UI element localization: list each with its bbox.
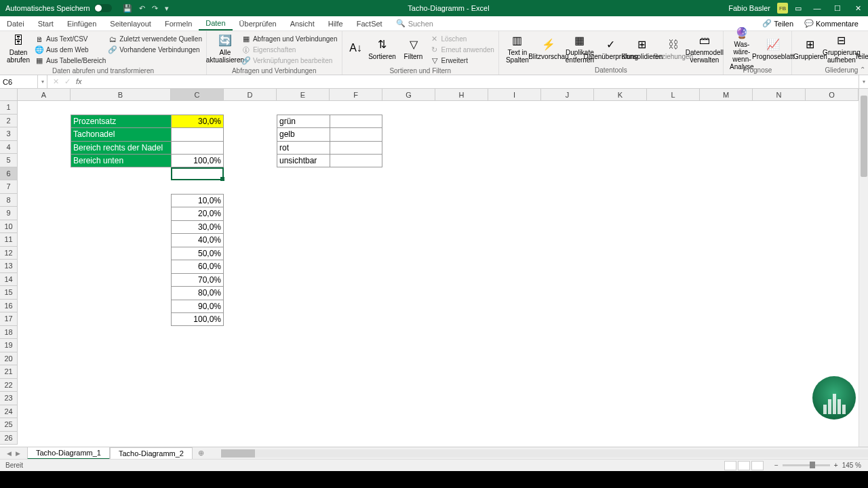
auto-save-toggle[interactable]: Automatisches Speichern	[0, 4, 117, 12]
cell-C8[interactable]: 10,0%	[171, 194, 224, 207]
share-button[interactable]: 🔗Teilen	[758, 19, 797, 28]
zoom-level[interactable]: 145 %	[842, 462, 861, 469]
row-header-25[interactable]: 25	[0, 418, 18, 432]
col-header-C[interactable]: C	[171, 89, 224, 101]
filter-button[interactable]: ▽Filtern	[399, 33, 428, 65]
collapse-ribbon-icon[interactable]: ⌃	[860, 66, 865, 73]
tab-datei[interactable]: Datei	[0, 16, 31, 30]
row-header-26[interactable]: 26	[0, 432, 18, 445]
zoom-out-icon[interactable]: −	[774, 462, 778, 469]
get-data-button[interactable]: 🗄Daten abrufen	[4, 33, 33, 65]
row-header-18[interactable]: 18	[0, 326, 18, 340]
cell-C5[interactable]: 100,0%	[171, 154, 224, 167]
row-header-16[interactable]: 16	[0, 300, 18, 313]
col-header-I[interactable]: I	[488, 89, 541, 101]
col-header-K[interactable]: K	[594, 89, 647, 101]
row-header-14[interactable]: 14	[0, 273, 18, 287]
tab-daten[interactable]: Daten	[199, 16, 232, 30]
col-header-D[interactable]: D	[224, 89, 277, 101]
row-header-22[interactable]: 22	[0, 379, 18, 392]
what-if-analysis[interactable]: 🔮Was-wäre-wenn-Analyse	[728, 33, 756, 65]
horizontal-scrollbar[interactable]	[221, 449, 868, 458]
cell-B5[interactable]: Bereich unten	[71, 154, 171, 167]
sort-asc-button[interactable]: A↓	[347, 33, 366, 65]
cell-C10[interactable]: 30,0%	[171, 220, 224, 234]
fx-icon[interactable]: fx	[76, 77, 82, 86]
row-header-17[interactable]: 17	[0, 312, 18, 326]
cell-F2[interactable]	[330, 115, 382, 128]
row-header-9[interactable]: 9	[0, 207, 18, 220]
cell-E4[interactable]: rot	[277, 141, 330, 155]
normal-view-icon[interactable]	[724, 461, 736, 470]
row-header-1[interactable]: 1	[0, 101, 18, 115]
sheet-tab-1[interactable]: Tacho-Diagramm_1	[27, 447, 110, 460]
row-header-11[interactable]: 11	[0, 233, 18, 247]
row-header-3[interactable]: 3	[0, 127, 18, 141]
tab-start[interactable]: Start	[31, 16, 60, 30]
cell-B3[interactable]: Tachonadel	[71, 127, 171, 141]
minimize-icon[interactable]: —	[807, 4, 827, 13]
cell-C2[interactable]: 30,0%	[171, 115, 224, 128]
consolidate[interactable]: ⊞Konsolidieren	[628, 33, 656, 65]
sheet-nav-prev-icon[interactable]: ◀	[7, 450, 12, 457]
formula-input[interactable]	[90, 78, 856, 86]
confirm-formula-icon[interactable]: ✓	[64, 77, 71, 86]
vertical-scrollbar[interactable]	[859, 89, 868, 447]
tab-ueberpruefen[interactable]: Überprüfen	[233, 16, 283, 30]
qat-dropdown-icon[interactable]: ▾	[165, 4, 169, 13]
tell-me-search[interactable]: 🔍 Suchen	[396, 19, 433, 28]
cell-C11[interactable]: 40,0%	[171, 233, 224, 247]
row-header-10[interactable]: 10	[0, 220, 18, 234]
cell-C13[interactable]: 60,0%	[171, 260, 224, 273]
add-sheet-button[interactable]: ⊕	[195, 447, 208, 460]
user-name[interactable]: Fabio Basler	[728, 4, 770, 12]
sheet-tab-2[interactable]: Tacho-Diagramm_2	[110, 447, 193, 459]
cell-C16[interactable]: 90,0%	[171, 300, 224, 313]
cell-C15[interactable]: 80,0%	[171, 286, 224, 300]
from-web[interactable]: 🌐Aus dem Web	[35, 45, 106, 55]
cell-C9[interactable]: 20,0%	[171, 207, 224, 220]
refresh-all-button[interactable]: 🔄Alle aktualisieren	[211, 33, 239, 65]
from-text-csv[interactable]: 🗎Aus Text/CSV	[35, 34, 106, 44]
cell-E3[interactable]: gelb	[277, 127, 330, 141]
cell-C14[interactable]: 70,0%	[171, 273, 224, 287]
cell-C6[interactable]	[171, 167, 224, 181]
cell-C3[interactable]	[171, 127, 224, 141]
select-all-corner[interactable]	[0, 89, 18, 101]
cell-F3[interactable]	[330, 127, 382, 141]
from-table[interactable]: ▦Aus Tabelle/Bereich	[35, 56, 106, 66]
col-header-H[interactable]: H	[435, 89, 488, 101]
queries-connections[interactable]: ▦Abfragen und Verbindungen	[242, 34, 338, 44]
tab-hilfe[interactable]: Hilfe	[321, 16, 350, 30]
col-header-M[interactable]: M	[700, 89, 753, 101]
advanced-filter[interactable]: ▽Erweitert	[431, 56, 494, 66]
row-header-5[interactable]: 5	[0, 154, 18, 167]
cell-B2[interactable]: Prozentsatz	[71, 115, 171, 128]
row-header-15[interactable]: 15	[0, 286, 18, 300]
row-header-19[interactable]: 19	[0, 339, 18, 352]
row-header-6[interactable]: 6	[0, 167, 18, 181]
zoom-in-icon[interactable]: +	[834, 462, 838, 469]
col-header-F[interactable]: F	[330, 89, 382, 101]
name-box-input[interactable]	[3, 78, 35, 86]
col-header-N[interactable]: N	[753, 89, 806, 101]
user-avatar[interactable]: FB	[777, 3, 788, 14]
spreadsheet-grid[interactable]: ABCDEFGHIJKLMNO 123456789101112131415161…	[0, 89, 868, 447]
name-box[interactable]	[0, 75, 38, 88]
tab-formeln[interactable]: Formeln	[158, 16, 199, 30]
page-layout-view-icon[interactable]	[738, 461, 750, 470]
tab-ansicht[interactable]: Ansicht	[283, 16, 321, 30]
col-header-L[interactable]: L	[647, 89, 700, 101]
scrollbar-thumb[interactable]	[861, 96, 867, 177]
row-header-24[interactable]: 24	[0, 405, 18, 419]
col-header-A[interactable]: A	[18, 89, 71, 101]
col-header-J[interactable]: J	[541, 89, 594, 101]
cell-B4[interactable]: Bereich rechts der Nadel	[71, 141, 171, 155]
row-header-23[interactable]: 23	[0, 392, 18, 405]
tab-factset[interactable]: FactSet	[350, 16, 389, 30]
name-box-dropdown-icon[interactable]: ▾	[38, 75, 47, 88]
toggle-switch-icon[interactable]	[94, 4, 112, 12]
row-header-4[interactable]: 4	[0, 141, 18, 155]
sheet-nav-next-icon[interactable]: ▶	[16, 450, 20, 457]
row-header-21[interactable]: 21	[0, 365, 18, 379]
